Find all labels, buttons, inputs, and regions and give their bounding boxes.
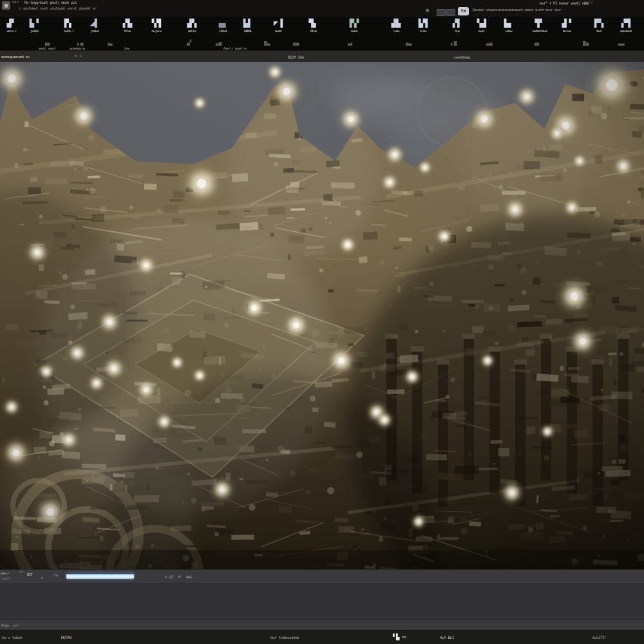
toolbar-button-2[interactable]: ▙▝jwmmm — [24, 19, 44, 33]
tabstrip-icons[interactable]: ≋ ⌗ — [75, 54, 82, 59]
toolbar-button-1[interactable]: ▟▘wmla.r — [2, 19, 21, 33]
toolbar-tool-icon: ▙▌ — [238, 19, 258, 28]
toolbar-button-label: jwmmm — [24, 29, 44, 33]
toolbar-button-19[interactable]: ▟▝mwlwm — [557, 19, 576, 33]
toolbar-tool-icon: ▛▞ — [345, 19, 364, 28]
toolbar-secondary-icon[interactable]: ▆▃ — [264, 40, 270, 46]
toolbar-button-label: mwmm — [269, 29, 288, 33]
toolbar-secondary-icon[interactable]: ▄▖ — [535, 40, 541, 46]
toolbar-button-label: mwbA.r — [59, 29, 79, 33]
toolbar-button-label: bLm — [448, 29, 467, 33]
taskbar-item-5[interactable]: ALA BLI — [440, 635, 454, 639]
toolbar-secondary-icon[interactable]: ▃▅ — [216, 40, 222, 46]
status-item-4: BIF — [27, 573, 32, 577]
menu-topright-text: mwr¹ t PJ mwmwr wmwtj mwq — [540, 1, 588, 5]
toolbar-button-16[interactable]: ▚▟mwml — [472, 19, 491, 33]
toolbar-button-18[interactable]: ▜▘mwmmd1mwm — [530, 19, 549, 33]
toolbar-secondary-icon[interactable]: ▆▄ — [583, 40, 589, 46]
toolbar-tool-icon: ▄▖ — [214, 19, 233, 28]
toolbar-button-label: mwjwlw — [147, 29, 166, 33]
taskbar: mw w twmwmRUTANmwr twmmwwwmmb▘▙ ▭ALA BLI… — [0, 630, 644, 644]
taskbar-item-6[interactable]: mwLITIᵖ — [592, 635, 607, 639]
menu-corner-text: tw'? — [585, 1, 592, 5]
toolbar-button-label: mmwmmwm — [616, 29, 636, 33]
menu-bar: ▦ ¹⁴ᵗ Mw twgqrmwmt pmwtj mwmt pwl r wmwt… — [0, 0, 644, 17]
toolbar-button-6[interactable]: ▚▜mwjwlw — [147, 19, 166, 33]
toolbar-button-11[interactable]: ▜▖BFwk — [304, 19, 323, 33]
toolbar-button-12[interactable]: ▛▞mwkm — [345, 19, 364, 33]
menu-text-row1[interactable]: Mw twgqrmwmt pmwtj mwmt pwl — [24, 1, 77, 5]
status-item-2: wmwml — [1, 577, 10, 581]
toolbar-button-label: lwmw — [386, 29, 406, 33]
app-window: ▦ ¹⁴ᵗ Mw twgqrmwmt pmwtj mwmt pwl r wmwt… — [0, 0, 644, 644]
taskbar-item-3[interactable]: mwr twmmwwwmmb — [270, 635, 299, 639]
toolbar-button-3[interactable]: ▛▖mwbA.r — [59, 19, 79, 33]
taskbar-item-1[interactable]: mw w twmwm — [2, 635, 22, 639]
toolbar-button-15[interactable]: ▞▌bLm — [448, 19, 467, 33]
toolbar-button-label: BFwk — [304, 29, 323, 33]
toolbar-button-label: jmmwm — [85, 29, 104, 33]
toolbar-tool-icon: ▚▜ — [147, 19, 166, 28]
menu-hamburger-icon[interactable]: ≡ — [426, 8, 429, 14]
status-item-6: Fw — [54, 574, 57, 578]
toolbar-secondary-icon[interactable]: ▖▄ — [77, 40, 84, 46]
toolbar-button-10[interactable]: ◤▐mwmm — [269, 19, 288, 33]
toolbar: ▟▘wmla.r▙▝jwmmm▛▖mwbA.r◢▌jmmwm▞▙Mfwk▚▜mw… — [0, 17, 644, 50]
toolbar-button-label: mwkm — [345, 29, 364, 33]
tabstrip-left-label: mwmmwgwmmwmmt mw — [1, 55, 29, 59]
toolbar-button-label: Almw — [413, 29, 433, 33]
menu-text-row2[interactable]: r wmwtmmwt mwmt wmwtmwmt wmrwt gmwmmt wr — [19, 6, 97, 10]
toolbar-secondary-icon[interactable]: ▄▃ — [406, 40, 412, 46]
bottom-strip-text: Mwgw wv? — [1, 623, 19, 627]
toolbar-secondary-icon[interactable]: ▄▖ — [45, 40, 52, 46]
tab-1[interactable]: BIUM Smm — [288, 55, 304, 59]
toolbar-button-label: mwmmd1mwm — [530, 29, 549, 33]
toolbar-tool-icon: ▟▙ — [386, 19, 406, 28]
toolbar-button-label: ABBBL — [238, 29, 258, 33]
menu-right-text: Jmwwmqr wmwmwmwmwmwmwmwmwmwmt wmmwt mwrm… — [472, 8, 561, 12]
toolbar-button-label: Bwm — [589, 29, 609, 33]
toolbar-tool-icon: ▛▚ — [589, 19, 609, 28]
toolbar-button-17[interactable]: ▙▖wmmw — [499, 19, 518, 33]
toolbar-button-label: mwlwm — [557, 29, 576, 33]
toolbar-secondary-icon[interactable]: ▄▘ — [187, 40, 193, 46]
toolbar-secondary-icon[interactable]: ▄▄ — [293, 40, 299, 46]
status-item-5: m. — [41, 576, 44, 580]
toolbar-secondary-icon[interactable]: ▗▃ — [106, 40, 113, 46]
toolbar-button-9[interactable]: ▙▌ABBBL — [238, 19, 258, 33]
toolbar-tool-icon: ▟▘ — [2, 19, 21, 28]
toolbar-button-7[interactable]: ▟▚wmkla — [182, 19, 202, 33]
toolbar-button-13[interactable]: ▟▙lwmw — [386, 19, 406, 33]
toolbar-button-4[interactable]: ◢▌jmmwm — [85, 19, 104, 33]
toolbar-button-20[interactable]: ▛▚Bwm — [589, 19, 609, 33]
toolbar-tool-icon: ▞▙ — [118, 19, 137, 28]
progress-bar — [66, 573, 134, 579]
toolbar-button-8[interactable]: ▄▖DAAAL — [214, 19, 233, 33]
menu-badge[interactable]: tm — [458, 7, 469, 15]
toolbar-secondary-icon[interactable]: ▖▆ — [451, 40, 457, 46]
toolbar-button-5[interactable]: ▞▙Mfwk — [118, 19, 137, 33]
toolbar-button-label: Mfwk — [118, 29, 137, 33]
toolbar-button-21[interactable]: ▞▜mmwmmwm — [616, 19, 636, 33]
taskbar-item-2[interactable]: RUTAN — [61, 635, 71, 639]
toolbar-tool-icon: ▜▘ — [530, 19, 549, 28]
tab-2[interactable]: Lwmmtmwu — [454, 55, 470, 59]
toolbar-tool-icon: ▙▜ — [413, 19, 433, 28]
bottom-panel — [0, 583, 644, 620]
viewport-canvas[interactable] — [0, 62, 644, 569]
menu-box-icon-2[interactable] — [446, 9, 455, 16]
taskbar-window-icons[interactable]: ▘▙ ▭ — [393, 634, 406, 640]
menu-box-icon[interactable] — [437, 9, 446, 16]
toolbar-tool-icon: ▜▖ — [304, 19, 323, 28]
app-logo-icon[interactable]: ▦ — [2, 1, 10, 10]
status-center-text: • 12 E mwl ˊ — [165, 575, 197, 579]
toolbar-tool-icon: ◤▐ — [269, 19, 288, 28]
toolbar-secondary-icon[interactable]: ▃▄ — [486, 40, 493, 46]
toolbar-secondary-icon[interactable]: ▃▖ — [348, 40, 354, 46]
toolbar-secondary-icon[interactable]: ▃▃ — [618, 40, 625, 46]
tab-strip: mwmmwgwmmwmmt mw ≋ ⌗ BIUM SmmLwmmtmwu — [0, 50, 644, 63]
toolbar-button-14[interactable]: ▙▜Almw — [413, 19, 433, 33]
toolbar-tool-icon: ▙▝ — [24, 19, 44, 28]
toolbar-tool-icon: ▞▌ — [448, 19, 467, 28]
menu-glyphs: ¹⁴ᵗ — [12, 1, 19, 6]
